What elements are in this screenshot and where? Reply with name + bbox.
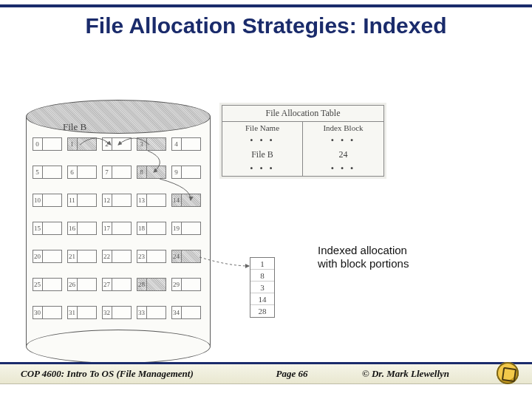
block-cell: 25	[33, 278, 62, 291]
footer-page: Page 66	[229, 368, 355, 380]
block-cell: 8	[137, 166, 166, 179]
slide-title: File Allocation Strategies: Indexed	[0, 13, 532, 38]
block-cell: 16	[67, 222, 97, 235]
block-num: 25	[33, 278, 43, 291]
fat-index-value: 24	[303, 148, 383, 162]
block-num: 21	[67, 250, 78, 263]
fat-file-name: File B	[222, 148, 303, 162]
index-entry: 1	[250, 258, 274, 270]
block-num: 12	[102, 194, 112, 207]
block-cell: 12	[102, 194, 132, 207]
block-cell: 9	[171, 166, 201, 179]
block-num: 11	[67, 194, 78, 207]
block-num: 28	[137, 278, 147, 291]
block-cell: 26	[67, 278, 97, 291]
footer-bar: COP 4600: Intro To OS (File Management) …	[0, 362, 532, 384]
block-cell: 4	[171, 137, 201, 151]
block-num: 9	[171, 166, 182, 179]
block-row-3: 10 11 12 13 14	[33, 194, 204, 207]
block-cell: 6	[67, 166, 97, 179]
block-row-5: 20 21 22 23 24	[33, 250, 204, 263]
block-num: 34	[171, 306, 182, 319]
block-cell: 28	[137, 278, 166, 291]
block-num: 0	[33, 137, 43, 151]
block-num: 30	[33, 306, 43, 319]
block-cell: 31	[67, 306, 97, 319]
footer-course: COP 4600: Intro To OS (File Management)	[0, 368, 229, 380]
fat-dots: • • •	[222, 162, 303, 176]
block-num: 24	[171, 250, 182, 263]
cylinder-bottom	[26, 330, 211, 364]
block-num: 22	[102, 250, 112, 263]
index-entry: 3	[250, 282, 274, 293]
block-cell: 19	[171, 222, 201, 235]
block-num: 2	[102, 137, 112, 151]
block-row-6: 25 26 27 28 29	[33, 278, 204, 291]
index-entry: 28	[250, 305, 274, 317]
block-cell: 14	[171, 194, 201, 207]
block-num: 16	[67, 222, 78, 235]
file-b-label: File B	[63, 121, 86, 133]
block-num: 13	[137, 194, 147, 207]
block-cell: 30	[33, 306, 62, 319]
block-cell: 21	[67, 250, 97, 263]
fat-title: File Allocation Table	[222, 106, 383, 122]
block-num: 1	[67, 137, 78, 151]
fat-dots: • • •	[303, 134, 383, 148]
block-num: 14	[171, 194, 182, 207]
block-num: 20	[33, 250, 43, 263]
block-cell: 7	[102, 166, 132, 179]
diagram: File B 0 1 2 3 4 5 6 7 8 9 10 11 12 13 1…	[22, 89, 510, 355]
block-cell: 5	[33, 166, 62, 179]
block-cell: 23	[137, 250, 166, 263]
block-num: 33	[137, 306, 147, 319]
block-row-4: 15 16 17 18 19	[33, 222, 204, 235]
block-num: 23	[137, 250, 147, 263]
block-cell: 17	[102, 222, 132, 235]
block-cell: 13	[137, 194, 166, 207]
block-num: 5	[33, 166, 43, 179]
block-cell: 22	[102, 250, 132, 263]
block-cell: 20	[33, 250, 62, 263]
block-cell: 34	[171, 306, 201, 319]
block-row-7: 30 31 32 33 34	[33, 306, 204, 319]
block-num: 7	[102, 166, 112, 179]
block-cell: 32	[102, 306, 132, 319]
index-entry: 14	[250, 293, 274, 305]
block-cell: 24	[171, 250, 201, 263]
block-cell: 10	[33, 194, 62, 207]
cylinder-top	[26, 100, 211, 134]
block-cell: 27	[102, 278, 132, 291]
block-num: 19	[171, 222, 182, 235]
block-cell: 18	[137, 222, 166, 235]
block-row-1: 0 1 2 3 4	[33, 137, 204, 151]
block-num: 31	[67, 306, 78, 319]
index-block-list: 1 8 3 14 28	[250, 257, 275, 318]
fat-head-filename: File Name	[222, 122, 303, 134]
block-num: 32	[102, 306, 112, 319]
block-cell: 29	[171, 278, 201, 291]
diagram-caption: Indexed allocation with block portions	[318, 244, 409, 270]
caption-line-2: with block portions	[318, 257, 409, 270]
fat-head-indexblock: Index Block	[303, 122, 383, 134]
block-cell: 11	[67, 194, 97, 207]
block-num: 18	[137, 222, 147, 235]
block-cell: 33	[137, 306, 166, 319]
index-entry: 8	[250, 270, 274, 282]
fat-dots: • • •	[222, 134, 303, 148]
block-num: 6	[67, 166, 78, 179]
block-cell: 15	[33, 222, 62, 235]
block-num: 8	[137, 166, 147, 179]
fat-dots: • • •	[303, 162, 383, 176]
top-rule	[0, 4, 532, 7]
block-cell: 0	[33, 137, 62, 151]
block-row-2: 5 6 7 8 9	[33, 166, 204, 179]
block-num: 26	[67, 278, 78, 291]
block-num: 27	[102, 278, 112, 291]
block-num: 3	[137, 137, 147, 151]
block-cell: 2	[102, 137, 132, 151]
block-num: 4	[171, 137, 182, 151]
fat-table: File Allocation Table File Name Index Bl…	[222, 105, 384, 177]
block-num: 15	[33, 222, 43, 235]
caption-line-1: Indexed allocation	[318, 244, 407, 256]
